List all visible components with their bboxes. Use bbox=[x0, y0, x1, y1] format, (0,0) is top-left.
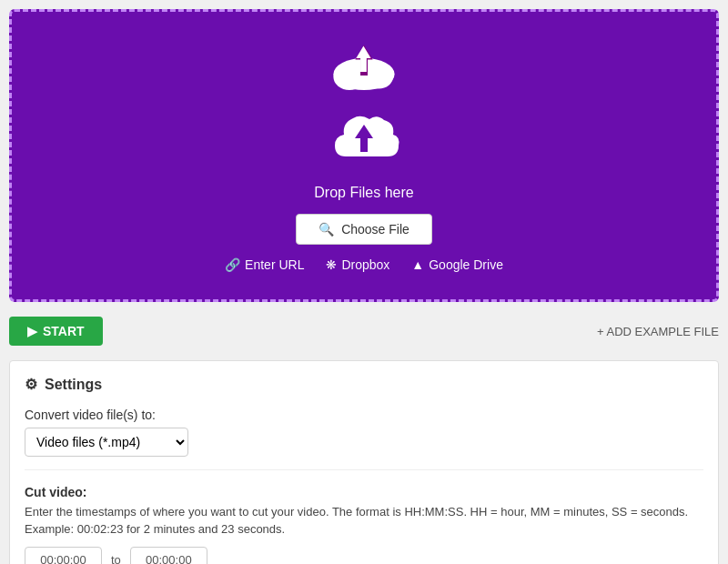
upload-cloud-svg bbox=[328, 106, 400, 166]
start-icon: ▶ bbox=[27, 324, 37, 338]
upload-icon-container bbox=[328, 106, 400, 168]
cut-video-section: Cut video: Enter the timestamps of where… bbox=[25, 485, 703, 564]
enter-url-label: Enter URL bbox=[245, 257, 304, 272]
drop-zone[interactable]: Drop Files here 🔍 Choose File 🔗 Enter UR… bbox=[9, 9, 719, 302]
cloud-upload-icon bbox=[328, 39, 400, 94]
enter-url-link[interactable]: 🔗 Enter URL bbox=[225, 257, 304, 272]
convert-format-group: Convert video file(s) to: Video files (*… bbox=[25, 408, 703, 457]
google-drive-icon: ▲ bbox=[411, 257, 424, 272]
choose-file-label: Choose File bbox=[341, 222, 410, 237]
convert-label: Convert video file(s) to: bbox=[25, 408, 703, 422]
dropbox-label: Dropbox bbox=[341, 257, 389, 272]
dropbox-link[interactable]: ❋ Dropbox bbox=[326, 257, 389, 272]
svg-point-2 bbox=[364, 65, 393, 89]
search-icon: 🔍 bbox=[318, 222, 334, 237]
time-start-input[interactable] bbox=[25, 547, 102, 564]
add-example-file-link[interactable]: + ADD EXAMPLE FILE bbox=[597, 325, 719, 338]
drop-files-text: Drop Files here bbox=[314, 185, 413, 201]
settings-header: ⚙ Settings bbox=[25, 376, 703, 393]
start-label: START bbox=[43, 324, 85, 338]
dropbox-icon: ❋ bbox=[326, 257, 337, 272]
source-links: 🔗 Enter URL ❋ Dropbox ▲ Google Drive bbox=[225, 257, 503, 272]
add-example-label: + ADD EXAMPLE FILE bbox=[597, 325, 719, 338]
cloud-icon bbox=[328, 39, 400, 94]
settings-title: Settings bbox=[45, 377, 102, 393]
action-bar: ▶ START + ADD EXAMPLE FILE bbox=[9, 313, 719, 349]
time-to-label: to bbox=[111, 553, 121, 564]
choose-file-button[interactable]: 🔍 Choose File bbox=[296, 214, 432, 245]
link-icon: 🔗 bbox=[225, 257, 240, 272]
time-range: to bbox=[25, 547, 703, 564]
format-select[interactable]: Video files (*.mp4) Video files (*.avi) … bbox=[25, 428, 188, 457]
cut-video-example: Example: 00:02:23 for 2 minutes and 23 s… bbox=[25, 522, 703, 536]
time-end-input[interactable] bbox=[130, 547, 207, 564]
cut-video-description: Enter the timestamps of where you want t… bbox=[25, 505, 703, 519]
cut-video-title: Cut video: bbox=[25, 485, 703, 499]
settings-panel: ⚙ Settings Convert video file(s) to: Vid… bbox=[9, 360, 719, 564]
google-drive-link[interactable]: ▲ Google Drive bbox=[411, 257, 503, 272]
gear-icon: ⚙ bbox=[25, 376, 37, 393]
google-drive-label: Google Drive bbox=[429, 257, 503, 272]
start-button[interactable]: ▶ START bbox=[9, 317, 103, 346]
settings-divider bbox=[25, 469, 703, 470]
